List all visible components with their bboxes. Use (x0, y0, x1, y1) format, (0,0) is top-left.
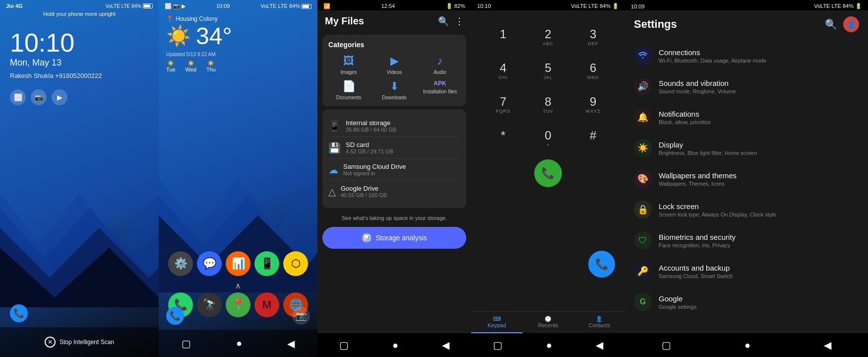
biometrics-desc: Face recognition, Iris, Privacy (659, 242, 859, 248)
downloads-icon: ⬇ (390, 80, 399, 93)
action-icons: ⬜ 📷 ▶ (0, 84, 159, 110)
nav-back[interactable]: ◀ (284, 335, 298, 353)
connections-text: Connections Wi-Fi, Bluetooth, Data usage… (659, 48, 859, 64)
settings-lockscreen[interactable]: 🔒 Lock screen Screen lock type, Always O… (625, 194, 868, 225)
tab-contacts[interactable]: 👤 Contacts (574, 312, 625, 333)
more-icon-myfiles[interactable]: ⋮ (455, 16, 464, 27)
settings-wallpapers[interactable]: 🎨 Wallpapers and themes Wallpapers, Them… (625, 163, 868, 194)
whatsapp-icon[interactable]: 📱 (254, 251, 279, 276)
sd-card-icon: 💾 (328, 142, 341, 154)
nav-back-3[interactable]: ◀ (439, 336, 452, 354)
audio-label: Audio (434, 70, 446, 75)
google-suite-icon[interactable]: ⬡ (283, 251, 308, 276)
dial-key-9[interactable]: 9 WXYZ (571, 88, 615, 121)
settings-connections[interactable]: Connections Wi-Fi, Bluetooth, Data usage… (625, 40, 868, 71)
camera-corner-icon[interactable]: 📷 (292, 307, 310, 325)
sd-card-size: 4.52 GB / 29.71 GB (346, 148, 460, 154)
nav-square-3[interactable]: ▢ (336, 336, 352, 354)
messages-app-icon[interactable]: 💬 (197, 251, 222, 276)
apk-icon: APK (434, 80, 446, 87)
tab-recents[interactable]: 🕐 Recents (522, 312, 573, 333)
internal-storage-size: 26.80 GB / 64.00 GB (346, 127, 460, 133)
settings-notifications[interactable]: 🔔 Notifications Block, allow, prioritize (625, 102, 868, 133)
cat-documents[interactable]: 📄 Documents (328, 80, 369, 100)
wifi-icon-3: 📶 (323, 3, 330, 9)
nav-circle-4[interactable]: ● (543, 337, 555, 354)
settings-accounts[interactable]: 🔑 Accounts and backup Samsung Cloud, Sma… (625, 256, 868, 286)
call-button[interactable]: 📞 (534, 159, 562, 187)
cat-apk[interactable]: APK Installation files (420, 80, 460, 100)
maps-dock-icon[interactable]: 📍 (226, 292, 250, 317)
dial-key-0[interactable]: 0 + (526, 122, 570, 154)
settings-header: Settings 🔍 👤 (625, 10, 868, 38)
settings-sounds[interactable]: 🔊 Sounds and vibration Sound mode, Ringt… (625, 71, 868, 102)
search-icon-myfiles[interactable]: 🔍 (438, 16, 449, 27)
time-5: 10:09 (631, 3, 645, 9)
forecast-icon-wed: ☀️ (186, 60, 196, 67)
lock-bottom-bar: ✕ Stop Intelligent Scan (0, 327, 159, 357)
storage-analysis-button[interactable]: 📊 Storage analysis (322, 227, 466, 249)
nav-circle-3[interactable]: ● (389, 337, 401, 354)
status-bar-4: 10:10 VoLTE LTE 84% 🔋 (471, 0, 625, 10)
nav-circle[interactable]: ● (233, 335, 245, 352)
weather-forecast: ☀️Tue ☀️Wed ☀️Thu (166, 60, 310, 72)
audio-icon: ♪ (437, 55, 443, 68)
settings-biometrics[interactable]: 🛡 Biometrics and security Face recogniti… (625, 225, 868, 256)
dial-key-4[interactable]: 4 GHI (481, 54, 525, 87)
cat-videos[interactable]: ▶ Videos (374, 55, 415, 75)
screen-icon[interactable]: ⬜ (10, 89, 26, 105)
dial-key-6[interactable]: 6 MNO (571, 54, 615, 87)
camera-icon[interactable]: 📷 (31, 89, 47, 105)
phone-fab[interactable]: 📞 (588, 251, 615, 278)
dock-chevron[interactable]: ∧ (166, 281, 310, 290)
home-screen-panel: ⬜ 📷 ▶ 10:09 VoLTE LTE 84% 📍 Housing Colo… (159, 0, 317, 357)
nav-circle-5[interactable]: ● (742, 337, 753, 354)
cat-downloads[interactable]: ⬇ Downloads (374, 80, 415, 100)
notifications-text: Notifications Block, allow, prioritize (659, 110, 859, 125)
nav-back-4[interactable]: ◀ (593, 336, 606, 354)
tab-keypad[interactable]: ⌨ Keypad (471, 312, 522, 333)
categories-section: Categories 🖼 Images ▶ Videos ♪ Audio 📄 D… (322, 35, 466, 106)
clock-area: 10:10 Mon, May 13 Rakesh Shukla +9180520… (0, 20, 159, 84)
dial-key-1[interactable]: 1 . (481, 20, 525, 53)
biometrics-text: Biometrics and security Face recognition… (659, 233, 859, 248)
settings-display[interactable]: ☀️ Display Brightness, Blue light filter… (625, 133, 868, 163)
phone-corner-icon[interactable]: 📞 (166, 307, 184, 325)
nav-square[interactable]: ▢ (179, 335, 194, 353)
settings-google[interactable]: G Google Google settings (625, 286, 868, 317)
camera-dock-icon[interactable]: 🔭 (197, 292, 222, 317)
status-bar-1: Jio 4G VoLTE LTE 84% (0, 0, 159, 10)
user-avatar[interactable]: 👤 (843, 16, 859, 32)
connections-desc: Wi-Fi, Bluetooth, Data usage, Airplane m… (659, 58, 859, 64)
dial-key-hash[interactable]: # . (571, 122, 615, 154)
forecast-icon-thu: ☀️ (206, 60, 216, 67)
images-label: Images (341, 70, 357, 75)
phone-icon-lock[interactable]: 📞 (10, 304, 28, 322)
cat-images[interactable]: 🖼 Images (328, 55, 369, 75)
search-icon-settings[interactable]: 🔍 (825, 18, 837, 30)
nav-square-5[interactable]: ▢ (659, 336, 674, 354)
status-bar-3: 📶 12:54 🔋 82% (317, 0, 471, 10)
gmail-dock-icon[interactable]: M (254, 292, 279, 317)
sd-card-item[interactable]: 💾 SD card 4.52 GB / 29.71 GB (328, 137, 460, 159)
dial-key-3[interactable]: 3 DEF (571, 20, 615, 53)
dial-key-5[interactable]: 5 JKL (526, 54, 570, 87)
samsung-cloud-item[interactable]: ☁ Samsung Cloud Drive Not signed in (328, 159, 460, 181)
forecast-icon-tue: ☀️ (166, 60, 176, 67)
nav-back-5[interactable]: ◀ (821, 336, 834, 354)
dial-key-7[interactable]: 7 PQRS (481, 88, 525, 121)
my-files-panel: 📶 12:54 🔋 82% My Files 🔍 ⋮ Categories 🖼 … (317, 0, 471, 357)
internal-storage-item[interactable]: 📱 Internal storage 26.80 GB / 64.00 GB (328, 115, 460, 137)
nav-square-4[interactable]: ▢ (490, 336, 505, 354)
samsung-members-icon[interactable]: 📊 (226, 251, 250, 276)
google-drive-item[interactable]: △ Google Drive 40.56 GB / 100 GB (328, 181, 460, 202)
settings-app-icon[interactable]: ⚙️ (168, 251, 193, 276)
dial-key-8[interactable]: 8 TUV (526, 88, 570, 121)
dial-key-star[interactable]: * . (481, 122, 525, 154)
lockscreen-name: Lock screen (659, 202, 859, 211)
cat-audio[interactable]: ♪ Audio (420, 55, 460, 75)
play-icon[interactable]: ▶ (52, 89, 67, 105)
dial-key-2[interactable]: 2 ABC (526, 20, 570, 53)
samsung-cloud-icon: ☁ (328, 164, 338, 176)
stop-scan[interactable]: ✕ Stop Intelligent Scan (45, 337, 114, 348)
